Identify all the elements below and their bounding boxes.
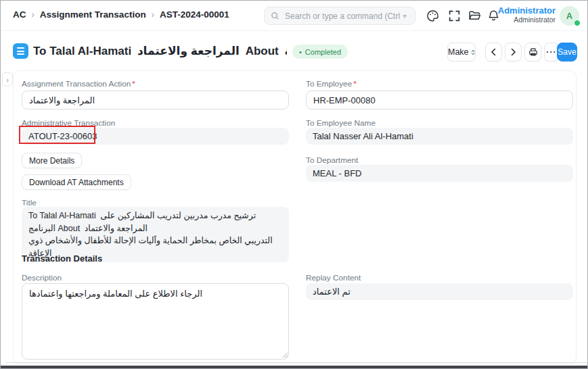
- printer-icon: [528, 47, 538, 57]
- print-button[interactable]: [524, 43, 541, 62]
- window-bottom-edge: [1, 366, 587, 368]
- to-employee-input[interactable]: [306, 91, 573, 109]
- status-badge-label: Completed: [305, 48, 341, 56]
- to-department-label: To Department: [306, 155, 358, 165]
- previous-document-button[interactable]: [485, 43, 502, 62]
- breadcrumb-item-ac[interactable]: AC: [13, 9, 26, 20]
- user-name: Administrator: [498, 5, 556, 16]
- make-button[interactable]: Make: [447, 43, 476, 62]
- status-badge: • Completed: [292, 45, 348, 59]
- breadcrumb-item-doctype[interactable]: Assignment Transaction: [40, 9, 146, 20]
- admin-transaction-value[interactable]: ATOUT-23-00603: [22, 128, 289, 145]
- form-card: Assignment Transaction Action* Administr…: [13, 70, 576, 364]
- breadcrumb-item-docname[interactable]: AST-2024-00001: [160, 9, 229, 20]
- download-at-attachments-button[interactable]: Download AT Attachments: [22, 174, 131, 190]
- chevron-right-icon: [510, 48, 516, 56]
- action-input[interactable]: [22, 91, 289, 109]
- chevron-left-icon: [491, 48, 497, 56]
- theme-palette-icon[interactable]: [426, 9, 439, 22]
- required-marker: *: [353, 79, 357, 89]
- select-chevrons-icon: [471, 49, 475, 56]
- page-title: To Talal Al-Hamati المراجعة والاعتماد Ab…: [33, 44, 287, 58]
- to-employee-label: To Employee*: [306, 79, 357, 89]
- sidebar-menu-button[interactable]: [13, 43, 28, 59]
- title-bar: To Talal Al-Hamati المراجعة والاعتماد Ab…: [1, 38, 587, 66]
- description-textarea[interactable]: الرجاء الاطلاع على المعاملة ومراجعتها وا…: [22, 283, 289, 360]
- breadcrumb: AC › Assignment Transaction › AST-2024-0…: [13, 9, 229, 20]
- top-header: AC › Assignment Transaction › AST-2024-0…: [1, 1, 587, 31]
- breadcrumb-separator-icon: ›: [152, 9, 154, 20]
- online-status-dot: [574, 20, 581, 26]
- next-document-button[interactable]: [505, 43, 522, 62]
- fullscreen-icon[interactable]: [448, 9, 461, 22]
- title-line-1: To Talal Al-Hamati ترشيح مدرب مدربين لتد…: [28, 210, 282, 235]
- replay-content-value: تم الاعتماد: [306, 283, 573, 300]
- to-employee-name-label: To Employee Name: [306, 118, 376, 128]
- make-button-label: Make: [448, 47, 469, 57]
- window-bottom-divider: [6, 362, 587, 363]
- replay-content-label: Replay Content: [306, 273, 361, 282]
- chevron-right-icon: ›: [6, 76, 9, 84]
- sidebar-expand-toggle[interactable]: ›: [2, 72, 13, 87]
- to-department-value: MEAL - BFD: [306, 165, 573, 182]
- search-input[interactable]: [284, 11, 409, 22]
- user-menu[interactable]: Administrator Administrator: [498, 5, 556, 24]
- global-search[interactable]: [264, 7, 415, 25]
- transaction-details-section-title: Transaction Details: [22, 253, 102, 264]
- open-folder-icon[interactable]: [468, 9, 481, 22]
- badge-dot-icon: •: [299, 48, 302, 56]
- title-field-label: Title: [22, 198, 37, 207]
- breadcrumb-separator-icon: ›: [32, 9, 35, 20]
- description-label: Description: [22, 273, 62, 282]
- user-role: Administrator: [498, 16, 556, 24]
- to-employee-name-value: Talal Nasser Ali Al-Hamati: [306, 128, 573, 145]
- app-window: AC › Assignment Transaction › AST-2024-0…: [0, 0, 588, 369]
- search-icon: [271, 11, 279, 20]
- save-button[interactable]: Save: [557, 43, 577, 62]
- more-details-button[interactable]: More Details: [22, 153, 82, 168]
- admin-transaction-label: Administrative Transaction: [22, 118, 115, 128]
- action-field-label: Assignment Transaction Action*: [22, 79, 135, 89]
- required-marker: *: [132, 79, 135, 89]
